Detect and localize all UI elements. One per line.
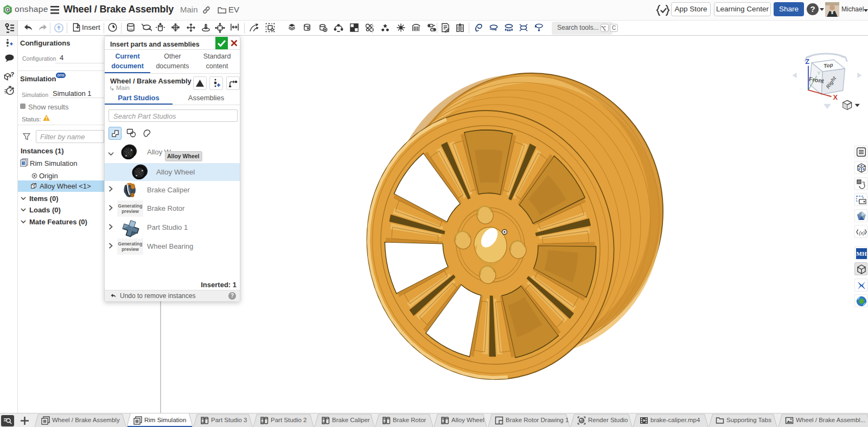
svg-text:Z: Z xyxy=(805,57,809,66)
svg-text:?: ? xyxy=(11,72,15,77)
svg-text:(x): (x) xyxy=(859,230,865,236)
svg-text:X: X xyxy=(833,93,838,101)
svg-text:Y: Y xyxy=(817,70,820,76)
